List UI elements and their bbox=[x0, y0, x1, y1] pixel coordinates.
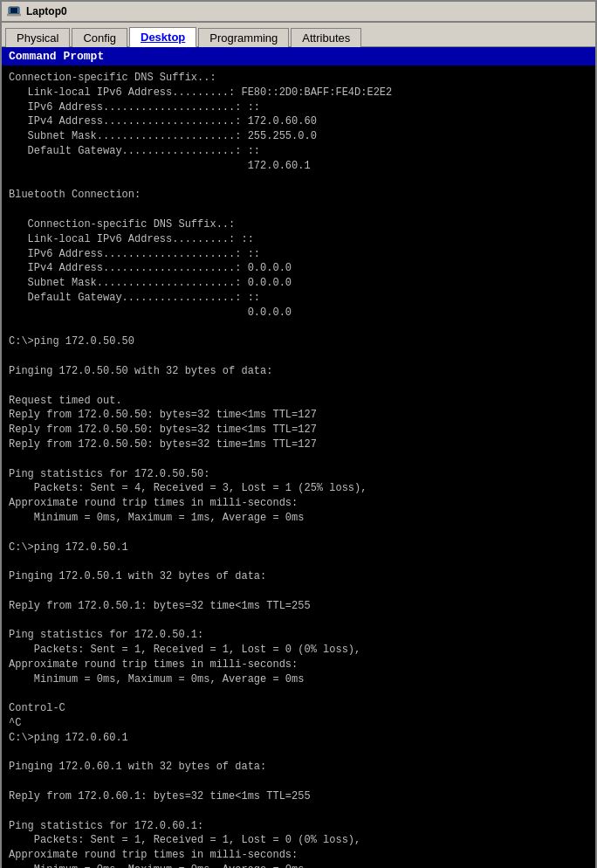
title-bar: Laptop0 bbox=[0, 0, 597, 21]
svg-rect-1 bbox=[10, 8, 17, 13]
tab-config[interactable]: Config bbox=[72, 28, 127, 47]
svg-rect-2 bbox=[7, 14, 21, 16]
cmd-header: Command Prompt bbox=[2, 47, 595, 65]
tab-physical[interactable]: Physical bbox=[5, 28, 70, 47]
cmd-wrapper: Connection-specific DNS Suffix..: Link-l… bbox=[2, 65, 595, 868]
tab-attributes[interactable]: Attributes bbox=[291, 28, 361, 47]
window-title: Laptop0 bbox=[26, 5, 67, 17]
laptop-icon bbox=[7, 4, 21, 18]
tab-desktop[interactable]: Desktop bbox=[129, 27, 196, 47]
content-area: Command Prompt Connection-specific DNS S… bbox=[0, 47, 597, 868]
cmd-body[interactable]: Connection-specific DNS Suffix..: Link-l… bbox=[2, 65, 595, 868]
tab-programming[interactable]: Programming bbox=[198, 28, 289, 47]
tab-bar: Physical Config Desktop Programming Attr… bbox=[0, 21, 597, 47]
